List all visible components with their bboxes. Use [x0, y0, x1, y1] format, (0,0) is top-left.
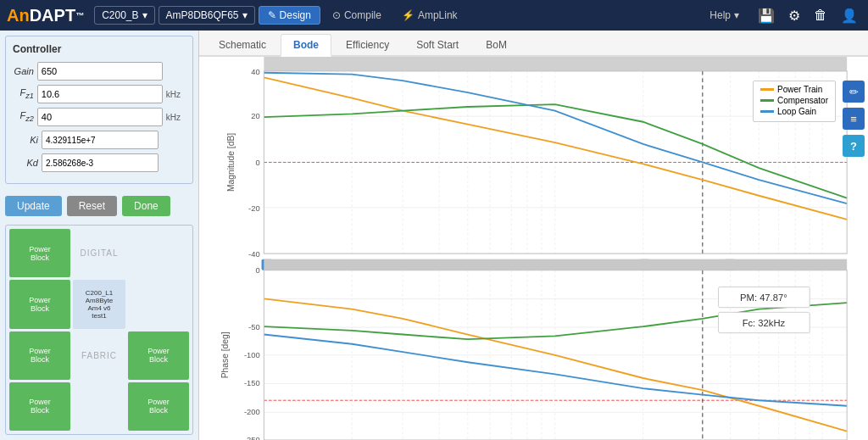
ki-row: Ki — [13, 131, 186, 149]
done-button[interactable]: Done — [122, 196, 170, 216]
power-block-3: PowerBlock — [9, 331, 70, 380]
ki-label: Ki — [13, 135, 38, 145]
tab-schematic[interactable]: Schematic — [206, 34, 279, 55]
center-block: C200_L1Am8ByteAm4 v6test1 — [73, 280, 125, 328]
brand-logo: AnDAPT™ — [7, 6, 84, 25]
tab-efficiency[interactable]: Efficiency — [333, 34, 402, 55]
svg-text:-200: -200 — [244, 408, 260, 416]
power-block-2: PowerBlock — [9, 280, 70, 328]
legend-power-train: Power Train — [760, 85, 828, 94]
left-panel: Controller Gain Fz1 kHz Fz2 kHz Ki — [0, 31, 199, 440]
legend-compensator-label: Compensator — [777, 96, 828, 105]
delete-button[interactable]: 🗑 — [810, 6, 831, 25]
device-dropdown[interactable]: C200_B ▾ — [94, 6, 154, 25]
power-block-6: PowerBlock — [128, 382, 189, 431]
svg-text:-20: -20 — [248, 204, 260, 213]
power-block-5: PowerBlock — [128, 331, 189, 380]
fz2-label: Fz2 — [13, 110, 34, 123]
nav-tab-compile[interactable]: ⊙ Compile — [324, 7, 390, 24]
kd-input[interactable] — [42, 153, 159, 172]
chart-legend: Power Train Compensator Loop Gain — [753, 81, 836, 122]
fabric-label: FABRIC — [73, 331, 125, 380]
svg-text:40: 40 — [251, 68, 259, 76]
save-button[interactable]: 💾 — [754, 6, 778, 25]
kd-label: Kd — [13, 158, 38, 168]
svg-text:20: 20 — [251, 112, 259, 120]
tab-soft-start[interactable]: Soft Start — [403, 34, 471, 55]
tab-bom[interactable]: BoM — [473, 34, 520, 55]
legend-loop-gain: Loop Gain — [760, 107, 828, 116]
legend-power-train-label: Power Train — [777, 85, 822, 94]
fz1-unit: kHz — [166, 90, 186, 99]
sub-tabs: Schematic Bode Efficiency Soft Start BoM — [199, 31, 868, 57]
chart-help-button[interactable]: ? — [843, 135, 865, 157]
navbar-right: Help ▾ 💾 ⚙ 🗑 👤 — [701, 6, 861, 25]
controller-section: Controller Gain Fz1 kHz Fz2 kHz Ki — [5, 36, 193, 184]
ki-input[interactable] — [42, 131, 159, 149]
chart-edit-button[interactable]: ✏ — [843, 81, 865, 103]
help-dropdown[interactable]: Help ▾ — [701, 7, 748, 24]
svg-text:Magnitude [dB]: Magnitude [dB] — [226, 133, 236, 192]
fz2-unit: kHz — [166, 113, 186, 122]
svg-text:0: 0 — [255, 266, 259, 275]
svg-text:0: 0 — [255, 159, 259, 167]
svg-text:-100: -100 — [244, 351, 260, 359]
right-content: Schematic Bode Efficiency Soft Start BoM — [199, 31, 868, 440]
button-row: Update Reset Done — [5, 196, 193, 216]
user-button[interactable]: 👤 — [837, 6, 861, 25]
fz1-input[interactable] — [37, 85, 163, 103]
power-block-4: PowerBlock — [9, 382, 70, 431]
fabric-empty — [73, 382, 125, 431]
controller-title: Controller — [13, 43, 186, 55]
gain-row: Gain — [13, 62, 186, 81]
svg-text:PM: 47.87°: PM: 47.87° — [740, 292, 787, 303]
brand-an: An — [7, 6, 30, 25]
svg-rect-1 — [264, 57, 847, 71]
fz2-row: Fz2 kHz — [13, 108, 186, 126]
svg-text:-40: -40 — [248, 250, 260, 259]
fabric-diagram: PowerBlock PowerBlock PowerBlock PowerBl… — [5, 225, 193, 435]
update-button[interactable]: Update — [5, 196, 62, 216]
nav-tab-design[interactable]: ✎ Design — [259, 6, 320, 25]
svg-text:-50: -50 — [248, 323, 260, 331]
brand-tm: ™ — [75, 11, 84, 20]
gain-input[interactable] — [37, 62, 163, 81]
right-empty-1 — [128, 229, 189, 277]
brand-dapt: DAPT — [30, 6, 75, 25]
legend-compensator: Compensator — [760, 96, 828, 105]
navbar: AnDAPT™ C200_B ▾ AmP8DB6QF65 ▾ ✎ Design … — [0, 0, 868, 31]
fz1-row: Fz1 kHz — [13, 85, 186, 103]
settings-button[interactable]: ⚙ — [785, 6, 804, 25]
tab-bode[interactable]: Bode — [281, 34, 331, 57]
chart-table-button[interactable]: ≡ — [843, 108, 865, 130]
gain-label: Gain — [13, 66, 34, 76]
nav-tab-amplink[interactable]: ⚡ AmpLink — [393, 7, 466, 24]
fz1-label: Fz1 — [13, 87, 34, 100]
right-empty-2 — [128, 280, 189, 328]
reset-button[interactable]: Reset — [67, 196, 117, 216]
main-layout: Controller Gain Fz1 kHz Fz2 kHz Ki — [0, 31, 868, 440]
chart-area: 40 20 0 -20 -40 Magnitude [dB] — [199, 57, 868, 440]
svg-text:Phase [deg]: Phase [deg] — [220, 331, 230, 378]
power-block-1: PowerBlock — [9, 229, 70, 277]
svg-text:-150: -150 — [244, 379, 260, 387]
fz2-input[interactable] — [37, 108, 163, 126]
svg-rect-36 — [264, 259, 847, 270]
legend-loop-gain-label: Loop Gain — [777, 107, 816, 116]
digital-label: DIGITAL — [73, 229, 125, 277]
kd-row: Kd — [13, 153, 186, 172]
svg-text:-250: -250 — [244, 436, 260, 440]
svg-text:Fc: 32kHz: Fc: 32kHz — [743, 318, 786, 328]
module-dropdown[interactable]: AmP8DB6QF65 ▾ — [159, 6, 255, 25]
